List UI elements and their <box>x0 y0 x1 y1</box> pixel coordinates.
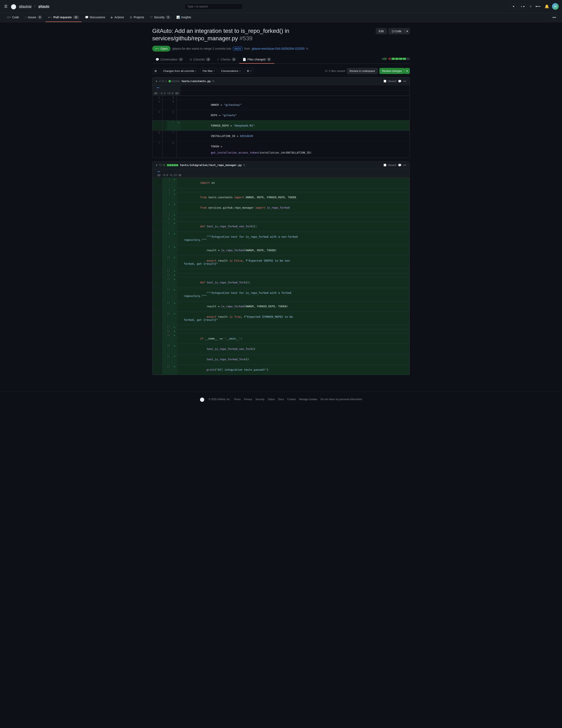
subnav-item-issues[interactable]: ○ Issues 8 <box>22 13 45 22</box>
security-icon: 🛡 <box>150 16 153 19</box>
subnav-actions-label: Actions <box>115 16 124 19</box>
expand-diff-button[interactable]: ⊞ <box>152 68 159 74</box>
tab-checks[interactable]: ✓ Checks 1 <box>214 56 239 64</box>
repo-link[interactable]: gitauto <box>38 5 49 8</box>
code-dropdown-button[interactable]: ▾ <box>404 28 410 34</box>
file2-line9: 9 + result = is_repo_forked(OWNER, REPO,… <box>153 245 409 255</box>
footer-privacy-noshare-link[interactable]: Do not share my personal information <box>320 398 362 401</box>
file2-expand-button[interactable]: ••• <box>156 170 162 174</box>
file1-seg-4 <box>176 80 178 82</box>
file1-left-num-5: 5 <box>153 110 163 120</box>
file2-viewed-label[interactable]: Viewed <box>383 164 396 167</box>
conversations-dropdown-icon: ▾ <box>240 70 241 72</box>
changes-from-commits-button[interactable]: Changes from all commits ▾ <box>161 68 199 74</box>
file1-code-6: FORKED_REPO = "DeepSeek-R1" <box>181 120 409 131</box>
footer-privacy-link[interactable]: Privacy <box>244 398 252 401</box>
diff-seg-2 <box>395 58 398 60</box>
file1-collapse-button[interactable]: ▾ <box>156 80 157 83</box>
file1-seg-1 <box>169 80 171 82</box>
file1-expand-button[interactable]: ••• <box>155 86 161 90</box>
file2-sign-1: + <box>172 177 177 188</box>
tab-files-changed[interactable]: 📄 Files changed 2 <box>239 56 275 64</box>
footer-terms-link[interactable]: Terms <box>234 398 241 401</box>
footer-security-link[interactable]: Security <box>256 398 265 401</box>
file1-left-sign-4 <box>163 100 167 110</box>
file2-viewed-checkbox[interactable] <box>383 164 386 166</box>
file2-line16: 16 + assert result is True, f"Expected {… <box>153 311 409 325</box>
navbar-left: ☰ ⬤ gitautoai / gitauto <box>3 3 49 10</box>
subnav-item-code[interactable]: </> Code <box>4 13 22 22</box>
file2-right-20: 20 <box>163 344 172 354</box>
file1-right-sign-7 <box>177 131 181 141</box>
search-input[interactable] <box>185 3 243 10</box>
file2-collapse-button[interactable]: ▾ <box>156 164 157 167</box>
review-changes-button[interactable]: Review changes <box>379 68 404 74</box>
file2-copy-button[interactable]: ⎘ <box>244 164 245 167</box>
conversations-button[interactable]: Conversations ▾ <box>219 68 243 74</box>
file2-shield-icon: 🛡 <box>159 164 162 167</box>
issue-button[interactable]: ○ <box>529 3 532 9</box>
subnav-item-pull-requests[interactable]: ⟵ Pull requests 11 <box>46 13 81 22</box>
subnav-more-button[interactable]: ••• <box>551 15 558 20</box>
file2-more-button[interactable]: ••• <box>403 164 406 167</box>
subnav-discussions-label: Discussions <box>90 16 105 19</box>
org-link[interactable]: gitautoai <box>19 5 32 8</box>
file1-comment-button[interactable]: 💬 <box>398 80 401 83</box>
file1-copy-button[interactable]: ⎘ <box>213 80 214 83</box>
file2-comment-button[interactable]: 💬 <box>398 164 401 167</box>
file1-name: tests/constants.py <box>182 80 211 83</box>
file1-hunk-header: @@ -3,5 +3,6 @@ <box>153 91 409 96</box>
checks-badge: 1 <box>232 58 236 61</box>
file1-hunk-text: @@ -3,5 +3,6 @@ <box>154 92 179 95</box>
settings-button[interactable]: ⚙ ▾ <box>245 68 254 74</box>
avatar[interactable]: W <box>552 3 559 10</box>
file2-right-10: 10 <box>163 255 172 269</box>
file2-sign-9: + <box>172 245 177 255</box>
file2-line6: 6 + <box>153 217 409 221</box>
subnav-item-insights[interactable]: 📊 Insights <box>174 13 194 22</box>
settings-dropdown-icon: ▾ <box>250 70 251 72</box>
subnav-item-actions[interactable]: ▶ Actions <box>108 13 127 22</box>
notification-button[interactable]: 🔔 <box>544 3 550 10</box>
file2-left-1 <box>153 177 163 188</box>
file1-left-sign-6 <box>163 120 167 131</box>
file2-line5: 5 + <box>153 213 409 217</box>
from-text: from <box>244 47 250 50</box>
file2-left-8 <box>153 231 163 245</box>
commits-icon: ⊙ <box>190 58 192 61</box>
hamburger-button[interactable]: ☰ <box>3 3 8 10</box>
file2-line12: 12 + <box>153 273 409 277</box>
code-button[interactable]: ⟨⟩ Code <box>388 28 404 34</box>
subnav-item-security[interactable]: 🛡 Security 6 <box>148 13 173 22</box>
plus-button[interactable]: + ▾ <box>519 4 526 9</box>
edit-button[interactable]: Edit <box>376 28 387 34</box>
review-dropdown-button[interactable]: ▾ <box>404 68 410 74</box>
file1-right-sign-5 <box>177 110 181 120</box>
file-filter-button[interactable]: File filter ▾ <box>200 68 217 74</box>
file-diff-1: ▾ ⇔ 🛡 1 tests/constants.py ⎘ Viewed <box>152 77 410 158</box>
file2-right-11: 11 <box>163 269 172 273</box>
tab-commits[interactable]: ⊙ Commits 2 <box>186 56 214 64</box>
footer-contact-link[interactable]: Contact <box>287 398 296 401</box>
file1-right-sign-3 <box>177 96 181 100</box>
footer-cookies-link[interactable]: Manage cookies <box>299 398 317 401</box>
file1-more-button[interactable]: ••• <box>403 80 406 83</box>
file1-viewed-label[interactable]: Viewed <box>383 80 396 83</box>
file1-left-num-3: 3 <box>153 96 163 100</box>
pr-meta-description: gitauto-for-dev wants to merge 2 commits… <box>172 47 231 50</box>
compare-branch-link[interactable]: gitauto-wes/issue-516-20250204-223255 <box>252 47 305 50</box>
pr-button[interactable]: ⟵ <box>535 3 542 10</box>
pr-meta: ⟵ Open gitauto-for-dev wants to merge 2 … <box>152 46 410 52</box>
footer-status-link[interactable]: Status <box>268 398 275 401</box>
copy-branch-button[interactable]: ⎘ <box>306 47 308 50</box>
file1-left-sign-3 <box>163 96 167 100</box>
main-content: GitAuto: Add an integration test to is_r… <box>148 22 414 383</box>
subnav-item-discussions[interactable]: 💬 Discussions <box>83 13 108 22</box>
file2-code-7: def test_is_repo_forked_non_fork(): <box>177 221 409 231</box>
tab-conversation[interactable]: 💬 Conversation 0 <box>152 56 186 64</box>
codespace-button[interactable]: Review in codespace <box>347 68 378 74</box>
file1-viewed-checkbox[interactable] <box>383 80 386 82</box>
footer-docs-link[interactable]: Docs <box>278 398 284 401</box>
copilot-button[interactable]: ✦ <box>510 4 517 9</box>
subnav-item-projects[interactable]: ⊞ Projects <box>127 13 147 22</box>
